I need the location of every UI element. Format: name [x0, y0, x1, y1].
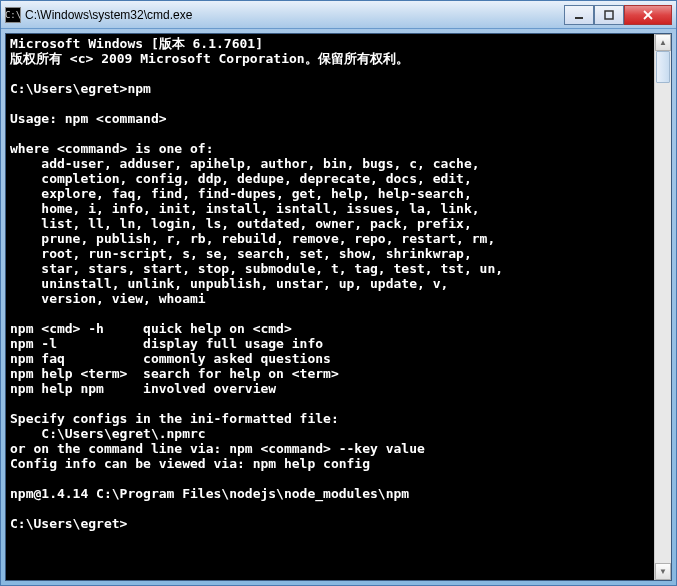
chevron-down-icon: ▼	[659, 567, 667, 576]
close-button[interactable]	[624, 5, 672, 25]
vertical-scrollbar[interactable]: ▲ ▼	[654, 34, 671, 580]
minimize-button[interactable]	[564, 5, 594, 25]
client-area: Microsoft Windows [版本 6.1.7601] 版权所有 <c>…	[5, 33, 672, 581]
maximize-icon	[604, 10, 614, 20]
scroll-up-button[interactable]: ▲	[655, 34, 671, 51]
scroll-thumb[interactable]	[656, 51, 670, 83]
window-controls	[564, 5, 672, 25]
window-title: C:\Windows\system32\cmd.exe	[25, 8, 564, 22]
minimize-icon	[574, 10, 584, 20]
cmd-window: C:\ C:\Windows\system32\cmd.exe Microsof…	[0, 0, 677, 586]
terminal-output[interactable]: Microsoft Windows [版本 6.1.7601] 版权所有 <c>…	[6, 34, 654, 580]
scroll-track[interactable]	[655, 51, 671, 563]
scroll-down-button[interactable]: ▼	[655, 563, 671, 580]
cmd-icon: C:\	[5, 7, 21, 23]
titlebar[interactable]: C:\ C:\Windows\system32\cmd.exe	[1, 1, 676, 29]
svg-rect-1	[605, 11, 613, 19]
chevron-up-icon: ▲	[659, 38, 667, 47]
maximize-button[interactable]	[594, 5, 624, 25]
close-icon	[642, 10, 654, 20]
